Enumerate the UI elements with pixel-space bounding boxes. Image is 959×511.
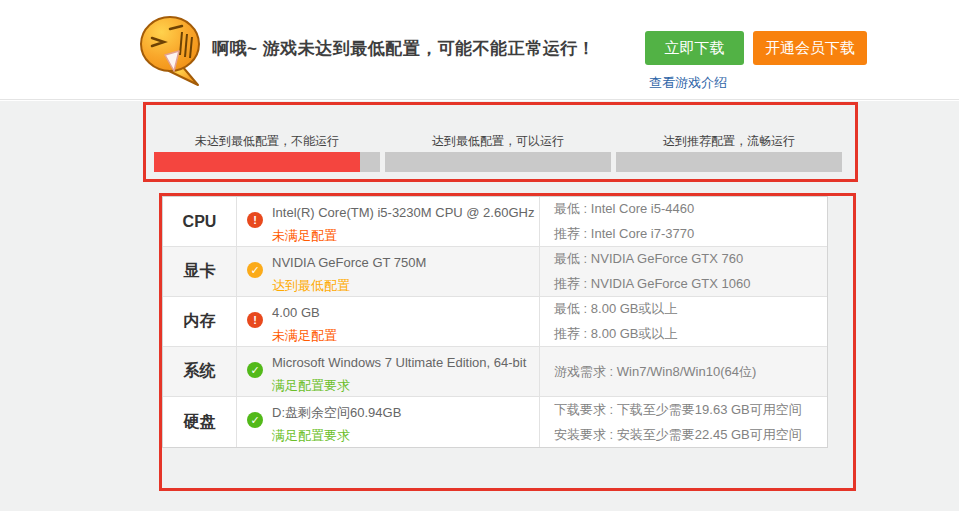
gauge-label-min-pass: 达到最低配置，可以运行 — [385, 133, 611, 150]
spec-value: Microsoft Windows 7 Ultimate Edition, 64… — [272, 355, 533, 370]
row-label: 硬盘 — [163, 397, 237, 447]
embarrassed-face-icon — [138, 13, 204, 91]
warning-check-icon: ✓ — [247, 262, 263, 278]
vip-download-button[interactable]: 开通会员下载 — [753, 31, 867, 65]
recommended-requirement: 推荐 : NVIDIA GeForce GTX 1060 — [554, 275, 827, 293]
table-row-cpu: CPU ! Intel(R) Core(TM) i5-3230M CPU @ 2… — [163, 197, 827, 247]
gauge-segment — [616, 152, 842, 172]
status-badge: 满足配置要求 — [272, 377, 533, 395]
gauge-annotation-box: 未达到最低配置，不能运行 达到最低配置，可以运行 达到推荐配置，流畅运行 — [143, 102, 858, 182]
fail-icon: ! — [247, 312, 263, 328]
row-label: CPU — [163, 197, 237, 246]
current-spec-cell: ✓ Microsoft Windows 7 Ultimate Edition, … — [237, 347, 540, 396]
spec-value: D:盘剩余空间60.94GB — [272, 405, 533, 420]
row-label: 内存 — [163, 297, 237, 346]
min-requirement: 最低 : NVIDIA GeForce GTX 760 — [554, 250, 827, 268]
row-label: 显卡 — [163, 247, 237, 296]
header: 啊哦~ 游戏未达到最低配置，可能不能正常运行！ 立即下载 开通会员下载 查看游戏… — [0, 0, 959, 100]
current-spec-cell: ✓ D:盘剩余空间60.94GB 满足配置要求 — [237, 397, 540, 447]
current-spec-cell: ! Intel(R) Core(TM) i5-3230M CPU @ 2.60G… — [237, 197, 540, 246]
required-spec-cell: 最低 : Intel Core i5-4460 推荐 : Intel Core … — [540, 197, 827, 246]
recommended-requirement: 推荐 : 8.00 GB或以上 — [554, 325, 827, 343]
success-check-icon: ✓ — [247, 362, 263, 378]
min-requirement: 最低 : Intel Core i5-4460 — [554, 200, 827, 218]
required-spec-cell: 最低 : NVIDIA GeForce GTX 760 推荐 : NVIDIA … — [540, 247, 827, 296]
success-check-icon: ✓ — [247, 412, 263, 428]
row-label: 系统 — [163, 347, 237, 396]
download-requirement: 下载要求 : 下载至少需要19.63 GB可用空间 — [554, 401, 827, 419]
game-intro-link[interactable]: 查看游戏介绍 — [649, 74, 727, 92]
system-requirements-table: CPU ! Intel(R) Core(TM) i5-3230M CPU @ 2… — [162, 196, 828, 448]
table-row-memory: 内存 ! 4.00 GB 未满足配置 最低 : 8.00 GB或以上 推荐 : … — [163, 297, 827, 347]
warning-title: 啊哦~ 游戏未达到最低配置，可能不能正常运行！ — [212, 37, 595, 60]
fail-icon: ! — [247, 212, 263, 228]
status-badge: 未满足配置 — [272, 327, 533, 345]
current-spec-cell: ✓ NVIDIA GeForce GT 750M 达到最低配置 — [237, 247, 540, 296]
current-spec-cell: ! 4.00 GB 未满足配置 — [237, 297, 540, 346]
table-row-gpu: 显卡 ✓ NVIDIA GeForce GT 750M 达到最低配置 最低 : … — [163, 247, 827, 297]
status-badge: 满足配置要求 — [272, 427, 533, 445]
status-badge: 未满足配置 — [272, 227, 533, 245]
install-requirement: 安装要求 : 安装至少需要22.45 GB可用空间 — [554, 426, 827, 444]
required-spec-cell: 下载要求 : 下载至少需要19.63 GB可用空间 安装要求 : 安装至少需要2… — [540, 397, 827, 447]
status-badge: 达到最低配置 — [272, 277, 533, 295]
table-row-os: 系统 ✓ Microsoft Windows 7 Ultimate Editio… — [163, 347, 827, 397]
spec-value: 4.00 GB — [272, 305, 533, 320]
required-spec-cell: 最低 : 8.00 GB或以上 推荐 : 8.00 GB或以上 — [540, 297, 827, 346]
gauge-segment — [385, 152, 611, 172]
min-requirement: 最低 : 8.00 GB或以上 — [554, 300, 827, 318]
game-requirement: 游戏需求 : Win7/Win8/Win10(64位) — [554, 363, 827, 381]
gauge-fill — [154, 152, 360, 172]
spec-value: NVIDIA GeForce GT 750M — [272, 255, 533, 270]
table-row-disk: 硬盘 ✓ D:盘剩余空间60.94GB 满足配置要求 下载要求 : 下载至少需要… — [163, 397, 827, 447]
recommended-requirement: 推荐 : Intel Core i7-3770 — [554, 225, 827, 243]
config-level-bar — [154, 152, 842, 172]
download-now-button[interactable]: 立即下载 — [645, 31, 744, 65]
gauge-label-recommended: 达到推荐配置，流畅运行 — [616, 133, 842, 150]
spec-value: Intel(R) Core(TM) i5-3230M CPU @ 2.60GHz — [272, 205, 533, 220]
gauge-label-min-fail: 未达到最低配置，不能运行 — [154, 133, 380, 150]
gauge-segment — [154, 152, 380, 172]
required-spec-cell: 游戏需求 : Win7/Win8/Win10(64位) — [540, 347, 827, 396]
requirements-annotation-box: CPU ! Intel(R) Core(TM) i5-3230M CPU @ 2… — [159, 193, 856, 491]
gauge-labels: 未达到最低配置，不能运行 达到最低配置，可以运行 达到推荐配置，流畅运行 — [154, 133, 842, 150]
